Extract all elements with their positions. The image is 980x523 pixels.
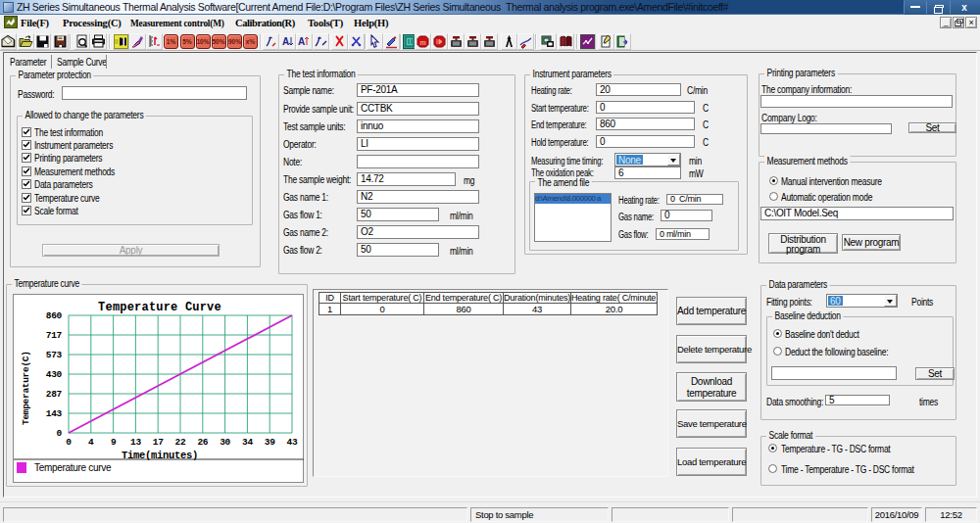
svg-text:717: 717 [46, 330, 63, 341]
svg-text:Temperature(C): Temperature(C) [21, 351, 31, 425]
svg-text:43: 43 [287, 437, 298, 448]
svg-text:573: 573 [46, 350, 63, 360]
svg-text:9: 9 [111, 437, 117, 448]
svg-text:287: 287 [46, 389, 63, 400]
svg-text:430: 430 [46, 369, 63, 380]
svg-text:17: 17 [153, 437, 164, 448]
svg-text:26: 26 [197, 437, 208, 448]
svg-text:0: 0 [57, 428, 63, 439]
svg-text:34: 34 [242, 437, 253, 448]
svg-text:22: 22 [175, 437, 186, 448]
svg-text:m: m [420, 39, 426, 46]
svg-text:0: 0 [66, 437, 72, 448]
svg-text:143: 143 [46, 408, 63, 419]
svg-text:4: 4 [88, 437, 94, 448]
svg-text:30: 30 [220, 437, 230, 448]
svg-text:39: 39 [265, 437, 275, 448]
svg-text:Temperature curve: Temperature curve [34, 462, 112, 473]
svg-text:A: A [282, 36, 289, 47]
svg-text:13: 13 [130, 437, 141, 448]
svg-text:Temperature Curve: Temperature Curve [98, 301, 221, 314]
svg-text:A: A [298, 36, 305, 47]
svg-text:860: 860 [46, 310, 63, 321]
